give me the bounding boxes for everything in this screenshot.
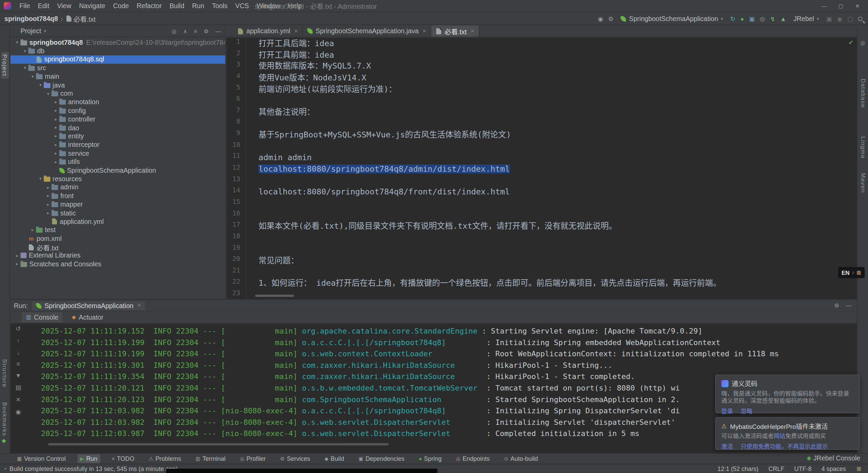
close-icon[interactable]: ✕ <box>294 29 298 34</box>
toolwindow-problems[interactable]: ⚠Problems <box>146 454 184 463</box>
toolwindow-build[interactable]: ◆Build <box>322 454 347 463</box>
hide-panel-icon[interactable]: — <box>215 28 221 34</box>
close-icon[interactable]: ✕ <box>137 303 141 308</box>
menu-view[interactable]: View <box>53 2 75 10</box>
tree-chevron-icon[interactable]: ▸ <box>53 134 59 139</box>
tree-chevron-icon[interactable]: ▾ <box>22 49 28 54</box>
edit-run-config-icon[interactable]: ⚙ <box>608 15 614 22</box>
tree-chevron-icon[interactable]: ▾ <box>37 176 44 182</box>
tree-item[interactable]: 必看.txt <box>11 243 225 251</box>
close-icon[interactable]: ✕ <box>471 29 474 34</box>
tree-item[interactable]: ▸test <box>11 226 225 234</box>
tree-item[interactable]: ▸annotation <box>11 98 225 107</box>
scroll-up-icon[interactable]: ↑ <box>17 337 20 344</box>
menu-code[interactable]: Code <box>109 2 133 10</box>
tab-actuator[interactable]: ◆ Actuator <box>67 312 108 322</box>
dismiss-link[interactable]: 只使用免费功能，不再显示此提示 <box>741 442 828 450</box>
hide-panel-icon[interactable]: — <box>846 302 851 308</box>
tree-chevron-icon[interactable]: ▸ <box>45 202 52 207</box>
caret-position[interactable]: 12:1 (52 chars) <box>717 465 758 472</box>
jrebel-icon[interactable]: ◆ <box>2 438 6 444</box>
tree-item[interactable]: ▸Scratches and Consoles <box>11 260 225 268</box>
maximize-button[interactable]: ▢ <box>833 0 849 12</box>
tree-item[interactable]: SpringbootSchemaApplication <box>11 166 225 175</box>
filter-icon[interactable]: ≡ <box>194 28 197 34</box>
menu-edit[interactable]: Edit <box>34 2 53 10</box>
run-tab[interactable]: SpringbootSchemaApplication ✕ <box>32 301 145 310</box>
gear-icon[interactable]: ⚙ <box>834 302 839 308</box>
menu-refactor[interactable]: Refactor <box>133 2 166 10</box>
jrebel-console-button[interactable]: ◉ JRebel Console <box>807 454 860 462</box>
scroll-end-icon[interactable]: ▼ <box>15 372 21 379</box>
event-log-icon[interactable]: ▪ <box>4 466 6 471</box>
toolwindow-run[interactable]: ▶Run <box>77 454 100 463</box>
inspection-ok-icon[interactable]: ✔ <box>848 39 853 46</box>
tree-chevron-icon[interactable]: ▸ <box>45 193 52 198</box>
tree-chevron-icon[interactable]: ▸ <box>14 253 21 258</box>
login-link[interactable]: 登录 <box>721 406 733 415</box>
device-icon[interactable]: ▢ <box>847 15 853 22</box>
breadcrumb-file[interactable]: 必看.txt <box>74 14 96 23</box>
editor-tab[interactable]: 必看.txt✕ <box>431 25 479 37</box>
tree-chevron-icon[interactable]: ▾ <box>14 40 21 45</box>
menu-tools[interactable]: Tools <box>208 2 232 10</box>
editor-tab[interactable]: application.yml✕ <box>233 25 303 37</box>
tree-item[interactable]: ▸admin <box>11 183 225 192</box>
tool-button-database[interactable]: Database <box>860 76 868 110</box>
tree-chevron-icon[interactable]: ▸ <box>29 228 36 233</box>
indent[interactable]: 4 spaces <box>822 465 846 472</box>
profiler-icon[interactable]: ◎ <box>760 15 765 22</box>
tree-item[interactable]: ▾java <box>11 81 225 89</box>
toolwindow-todo[interactable]: ≡TODO <box>109 454 137 463</box>
tree-chevron-icon[interactable]: ▸ <box>53 108 59 113</box>
chevron-down-icon[interactable]: ▾ <box>44 29 46 34</box>
toolwindow-services[interactable]: ⚙Services <box>277 454 313 463</box>
tree-item[interactable]: ▾resources <box>11 175 225 183</box>
tree-item[interactable]: ▸front <box>11 192 225 200</box>
activate-link[interactable]: 激活 <box>721 442 733 450</box>
tree-chevron-icon[interactable]: ▸ <box>45 185 52 190</box>
tree-item[interactable]: mpom.xml <box>11 234 225 243</box>
tree-chevron-icon[interactable]: ▾ <box>37 82 44 88</box>
tree-item[interactable]: application.yml <box>11 217 225 226</box>
tree-item[interactable]: ▸config <box>11 107 225 115</box>
close-icon[interactable]: ✕ <box>422 29 426 34</box>
collapse-all-icon[interactable]: ∧ <box>183 28 187 34</box>
tool-button-structure[interactable]: Structure <box>1 357 9 390</box>
clear-icon[interactable]: ✕ <box>16 396 21 403</box>
print-icon[interactable]: ▤ <box>15 384 21 391</box>
close-button[interactable]: ✕ <box>849 0 866 12</box>
rerun-icon[interactable]: ↻ <box>730 15 735 22</box>
locate-icon[interactable]: ◎ <box>172 28 176 34</box>
notifications-icon[interactable]: ◎ <box>860 40 865 46</box>
toolwindow-auto-build[interactable]: ⊙Auto-build <box>501 454 540 463</box>
tree-item[interactable]: ▸utils <box>11 157 225 166</box>
editor-tab[interactable]: SpringbootSchemaApplication.java✕ <box>303 25 431 37</box>
toolwindow-profiler[interactable]: ◎Profiler <box>237 454 269 463</box>
jrebel-bolt-icon[interactable]: ↯ <box>770 15 775 22</box>
rerun-icon[interactable]: ↺ <box>16 325 21 332</box>
tree-item[interactable]: ▸dao <box>11 124 225 132</box>
tree-item[interactable]: springboot784q8.sql <box>11 55 225 64</box>
jrebel-select[interactable]: JRebel ▾ <box>791 14 821 23</box>
tool-button-bookmarks[interactable]: Bookmarks <box>1 400 9 438</box>
tree-chevron-icon[interactable]: ▸ <box>14 262 21 267</box>
toolwindow-dependencies[interactable]: ▣Dependencies <box>356 454 407 463</box>
tree-chevron-icon[interactable]: ▸ <box>53 159 59 165</box>
tree-item[interactable]: ▸mapper <box>11 200 225 209</box>
jrebel-flame-icon[interactable]: ▲ <box>780 16 786 22</box>
tree-chevron-icon[interactable]: ▸ <box>53 151 59 156</box>
tree-item[interactable]: ▾src <box>11 64 225 72</box>
menu-build[interactable]: Build <box>166 2 188 10</box>
encoding[interactable]: UTF-8 <box>794 465 812 472</box>
coverage-icon[interactable]: ▣ <box>749 15 755 22</box>
pin-icon[interactable]: ◉ <box>16 408 21 415</box>
user-icon[interactable]: ◉ <box>598 15 603 22</box>
breadcrumb-project[interactable]: springboot784q8 <box>4 15 58 22</box>
tree-item[interactable]: ▸static <box>11 209 225 217</box>
tree-item[interactable]: ▾com <box>11 89 225 98</box>
tree-chevron-icon[interactable]: ▸ <box>53 100 59 105</box>
editor[interactable]: 1打开工具后端：idea2打开工具前端：idea3使用数据库版本：MySQL5.… <box>226 38 857 299</box>
debug-icon[interactable]: ● <box>741 16 744 22</box>
tree-chevron-icon[interactable]: ▾ <box>29 74 36 79</box>
